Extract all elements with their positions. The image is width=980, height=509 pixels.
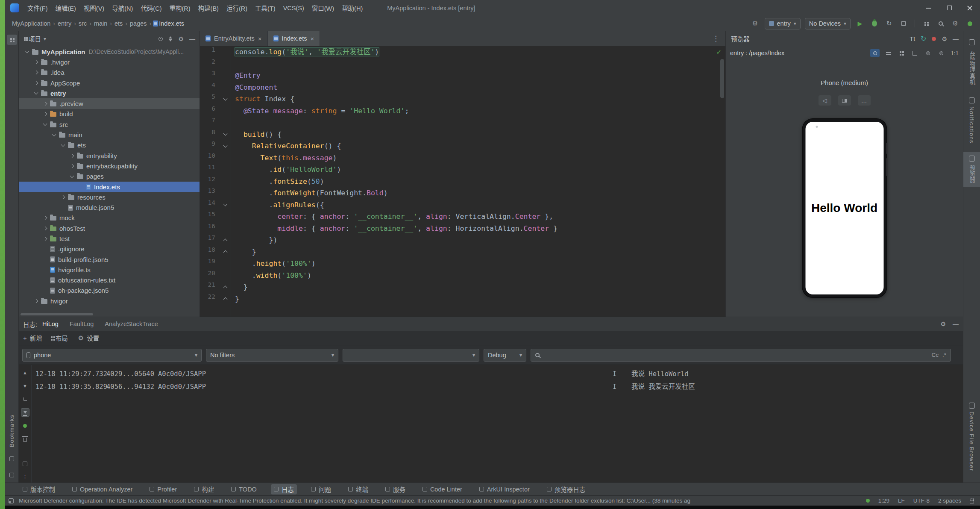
tree-row-AppScope[interactable]: AppScope [19, 78, 200, 88]
toolwindow-code-linter[interactable]: Code Linter [420, 484, 465, 494]
menu-build[interactable]: 构建(B) [194, 3, 223, 12]
font-size-icon[interactable]: Tt [910, 35, 915, 42]
run-configuration-gear-icon[interactable]: ⚙ [750, 18, 760, 29]
module-selector[interactable]: entry ▾ [765, 18, 801, 29]
code-line[interactable]: 20 .width('100%') [200, 270, 719, 282]
log-search-input[interactable]: Cc .* [531, 349, 951, 362]
menu-help[interactable]: 帮助(H) [338, 3, 367, 12]
log-action-add[interactable]: +新增 [23, 333, 42, 342]
close-button[interactable] [959, 0, 980, 16]
code-line[interactable]: 16 middle: { anchor: '__container__', al… [200, 223, 719, 235]
tree-chevron[interactable] [41, 237, 49, 240]
project-stripe-icon[interactable] [7, 35, 17, 45]
search-everywhere-icon[interactable] [936, 18, 946, 29]
toolwindow-todo[interactable]: TODO [228, 484, 260, 494]
tree-chevron[interactable] [32, 82, 40, 85]
toolwindow-build[interactable]: 构建 [191, 484, 217, 494]
restart-button[interactable]: ↻ [884, 18, 894, 29]
tree-chevron[interactable] [23, 51, 31, 53]
debug-button[interactable] [869, 18, 880, 29]
tree-row-hvigorfile.ts[interactable]: hvigorfile.ts [19, 265, 200, 275]
tree-row-module.json5[interactable]: module.json5 [19, 202, 200, 212]
component-tree-icon[interactable] [883, 49, 893, 57]
device-selector[interactable]: No Devices ▾ [805, 18, 851, 29]
code-editor[interactable]: 1console.log('我说', '我爱云开发社区')23@Entry4@C… [200, 46, 725, 317]
menu-refactor[interactable]: 重构(R) [165, 3, 194, 12]
toolwindow-problems[interactable]: 问题 [308, 484, 334, 494]
tree-row-.preview[interactable]: .preview [19, 98, 200, 109]
tree-row-pages[interactable]: pages [19, 171, 200, 182]
log-tab-faultlog[interactable]: FaultLog [70, 321, 94, 327]
regex-icon[interactable]: .* [942, 352, 946, 358]
project-settings-icon[interactable]: ⚙ [178, 35, 184, 42]
code-line[interactable]: 17 }) [200, 234, 719, 246]
chevron-down-icon[interactable]: ▾ [44, 36, 46, 42]
log-settings-icon[interactable]: ⚙ [940, 321, 946, 327]
scroll-up-icon[interactable]: ▲ [21, 368, 29, 377]
phone-screen[interactable]: Hello World [805, 122, 883, 294]
log-more-options-icon[interactable]: ⋮ [21, 473, 29, 481]
status-message[interactable]: Microsoft Defender configuration: The ID… [19, 497, 857, 504]
tree-row-build[interactable]: build [19, 109, 200, 119]
code-line[interactable]: 2 [200, 58, 719, 70]
scroll-down-icon[interactable]: ▼ [21, 382, 29, 390]
menu-vcs[interactable]: VCS(S) [279, 5, 308, 12]
menu-window[interactable]: 窗口(W) [308, 3, 338, 12]
breadcrumb-item[interactable]: main [93, 20, 108, 27]
resume-icon[interactable] [21, 421, 29, 430]
log-tab-hilog[interactable]: HiLog [42, 321, 59, 327]
hide-preview-icon[interactable]: — [953, 35, 959, 42]
tree-row-entrybackupability[interactable]: entrybackupability [19, 161, 200, 171]
foldable-icon[interactable] [838, 95, 851, 106]
tree-chevron[interactable] [32, 300, 40, 303]
code-line[interactable]: 21 } [200, 281, 719, 293]
tree-row-.idea[interactable]: .idea [19, 68, 200, 78]
log-row[interactable]: 12-18 11:39:35.8294056...94132A0c0d0/JSA… [35, 380, 963, 393]
tree-chevron[interactable] [59, 144, 67, 146]
minimize-button[interactable] [918, 0, 939, 16]
code-line[interactable]: 19 .height('100%') [200, 258, 719, 270]
menu-tools[interactable]: 工具(T) [251, 3, 279, 12]
tree-chevron[interactable] [41, 102, 49, 105]
fold-marker[interactable] [220, 293, 231, 305]
breadcrumb-item[interactable]: pages [129, 20, 148, 27]
tree-row-src[interactable]: src [19, 119, 200, 129]
breadcrumb-item[interactable]: ets [114, 20, 123, 27]
export-log-icon[interactable] [21, 459, 29, 468]
tree-row-ohosTest[interactable]: ohosTest [19, 223, 200, 233]
tree-chevron[interactable] [59, 196, 67, 199]
stop-button[interactable] [898, 18, 909, 29]
code-line[interactable]: 10 Text(this.message) [200, 152, 719, 164]
breadcrumb-item[interactable]: entry [57, 20, 72, 27]
code-line[interactable]: 9 RelativeContainer() { [200, 140, 719, 152]
tree-chevron[interactable] [50, 134, 58, 136]
tree-chevron[interactable] [32, 61, 40, 64]
commit-stripe-icon[interactable] [7, 453, 17, 464]
tree-chevron[interactable] [41, 227, 49, 230]
tree-row-obfuscation-rules.txt[interactable]: obfuscation-rules.txt [19, 275, 200, 285]
device-filter-select[interactable]: phone ▾ [22, 349, 202, 362]
toolwindow-version-control[interactable]: 版本控制 [20, 484, 58, 494]
toolwindow-stripe-previewer[interactable]: 预览器 [963, 152, 980, 187]
tree-row-test[interactable]: test [19, 233, 200, 244]
tree-chevron[interactable] [68, 154, 76, 157]
project-horizontal-scrollbar[interactable] [21, 313, 196, 315]
menu-view[interactable]: 视图(V) [80, 3, 108, 12]
code-line[interactable]: 11 .id('HelloWorld') [200, 164, 719, 176]
tree-chevron[interactable] [32, 71, 40, 74]
fold-marker[interactable] [220, 129, 231, 141]
maximize-button[interactable] [939, 0, 959, 16]
breadcrumb-item[interactable]: Index.ets [158, 20, 185, 27]
tree-row-.gitignore[interactable]: .gitignore [19, 244, 200, 254]
sdk-status-icon[interactable] [965, 18, 975, 29]
fold-marker[interactable] [220, 140, 231, 152]
line-ending[interactable]: LF [898, 497, 905, 504]
tree-row-main[interactable]: main [19, 129, 200, 140]
menu-navigate[interactable]: 导航(N) [108, 3, 137, 12]
menu-code[interactable]: 代码(C) [137, 3, 165, 12]
code-line[interactable]: 8 build() { [200, 129, 719, 141]
zoom-out-icon[interactable] [923, 49, 933, 57]
fold-marker[interactable] [220, 281, 231, 293]
inspect-mode-icon[interactable] [870, 49, 880, 57]
level-filter-select[interactable]: Debug ▾ [484, 349, 526, 362]
